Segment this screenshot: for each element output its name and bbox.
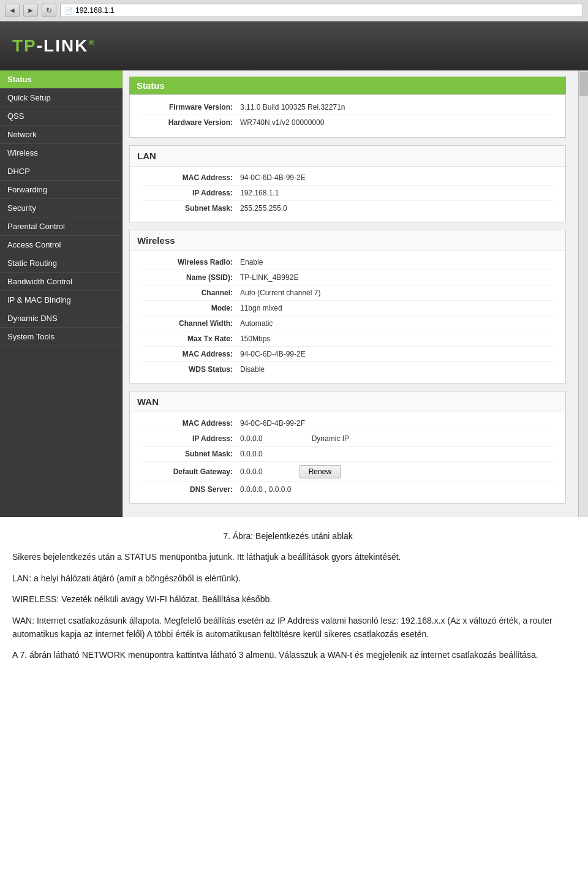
paragraph-5: A 7. ábrán látható NETWORK menüpontra ka… xyxy=(12,648,564,662)
paragraph-3: WIRELESS: Vezeték nélküli avagy WI-FI há… xyxy=(12,592,564,606)
scrollbar[interactable] xyxy=(578,70,588,517)
lan-subnet-row: Subnet Mask: 255.255.255.0 xyxy=(142,201,553,216)
paragraph-4: WAN: Internet csatlakozásunk állapota. M… xyxy=(12,614,564,641)
page-icon: 📄 xyxy=(64,7,73,15)
sidebar-item-dynamic-dns[interactable]: Dynamic DNS xyxy=(0,309,123,328)
lan-ip-label: IP Address: xyxy=(142,189,240,197)
back-button[interactable]: ◄ xyxy=(5,4,20,17)
firmware-label: Firmware Version: xyxy=(142,103,240,111)
wan-ip-value: 0.0.0.0 xyxy=(240,434,263,443)
page-content: Status Firmware Version: 3.11.0 Build 10… xyxy=(123,70,578,517)
wan-gateway-label: Default Gateway: xyxy=(142,467,240,476)
lan-subnet-value: 255.255.255.0 xyxy=(240,204,287,213)
lan-mac-label: MAC Address: xyxy=(142,173,240,182)
firmware-section: Firmware Version: 3.11.0 Build 100325 Re… xyxy=(129,94,566,138)
wan-ip-type: Dynamic IP xyxy=(312,434,349,443)
wireless-mode-value: 11bgn mixed xyxy=(240,304,282,312)
refresh-button[interactable]: ↻ xyxy=(42,4,56,17)
url-bar[interactable]: 📄 192.168.1.1 xyxy=(60,4,583,17)
lan-ip-value: 192.168.1.1 xyxy=(240,189,279,197)
hardware-label: Hardware Version: xyxy=(142,118,240,127)
sidebar-item-forwarding[interactable]: Forwarding xyxy=(0,181,123,199)
wan-mac-label: MAC Address: xyxy=(142,419,240,428)
tp-link-header: TP-LINK® xyxy=(0,21,588,70)
wireless-channel-value: Auto (Current channel 7) xyxy=(240,289,320,297)
wan-gateway-row: Default Gateway: 0.0.0.0 Renew xyxy=(142,462,553,482)
wireless-txrate-label: Max Tx Rate: xyxy=(142,334,240,343)
wireless-mode-label: Mode: xyxy=(142,304,240,312)
wireless-mode-row: Mode: 11bgn mixed xyxy=(142,301,553,316)
sidebar: Status Quick Setup QSS Network Wireless … xyxy=(0,70,123,517)
sidebar-item-status[interactable]: Status xyxy=(0,70,123,89)
lan-title: LAN xyxy=(130,146,565,167)
wan-info-table: MAC Address: 94-0C-6D-4B-99-2F IP Addres… xyxy=(130,412,565,503)
wireless-wds-value: Disable xyxy=(240,365,265,374)
wan-gateway-value: 0.0.0.0 xyxy=(240,467,263,476)
figure-caption: 7. Ábra: Bejelentkezés utáni ablak xyxy=(12,529,564,543)
sidebar-item-access-control[interactable]: Access Control xyxy=(0,236,123,254)
sidebar-item-bandwidth-control[interactable]: Bandwidth Control xyxy=(0,273,123,291)
wireless-mac-value: 94-0C-6D-4B-99-2E xyxy=(240,350,306,358)
wireless-width-label: Channel Width: xyxy=(142,319,240,328)
lan-mac-row: MAC Address: 94-0C-6D-4B-99-2E xyxy=(142,170,553,186)
paragraph-2: LAN: a helyi hálózati átjáró (amit a bön… xyxy=(12,572,564,585)
wireless-title: Wireless xyxy=(130,230,565,251)
hardware-value: WR740N v1/v2 00000000 xyxy=(240,118,324,127)
scrollbar-thumb[interactable] xyxy=(579,72,588,96)
wan-ip-row: IP Address: 0.0.0.0 Dynamic IP xyxy=(142,431,553,447)
sidebar-item-static-routing[interactable]: Static Routing xyxy=(0,254,123,273)
wireless-width-row: Channel Width: Automatic xyxy=(142,316,553,331)
wan-title: WAN xyxy=(130,391,565,412)
content-area: Status Firmware Version: 3.11.0 Build 10… xyxy=(123,70,588,517)
sidebar-item-qss[interactable]: QSS xyxy=(0,107,123,126)
forward-button[interactable]: ► xyxy=(23,4,38,17)
lan-section: LAN MAC Address: 94-0C-6D-4B-99-2E IP Ad… xyxy=(129,145,566,222)
wireless-wds-label: WDS Status: xyxy=(142,365,240,374)
tp-link-logo: TP-LINK® xyxy=(12,36,96,56)
sidebar-item-ip-mac-binding[interactable]: IP & MAC Binding xyxy=(0,291,123,309)
wireless-radio-row: Wireless Radio: Enable xyxy=(142,255,553,270)
wireless-txrate-row: Max Tx Rate: 150Mbps xyxy=(142,331,553,347)
wireless-channel-row: Channel: Auto (Current channel 7) xyxy=(142,285,553,301)
wan-subnet-label: Subnet Mask: xyxy=(142,450,240,458)
lan-ip-row: IP Address: 192.168.1.1 xyxy=(142,186,553,201)
firmware-row: Firmware Version: 3.11.0 Build 100325 Re… xyxy=(142,100,553,115)
hardware-row: Hardware Version: WR740N v1/v2 00000000 xyxy=(142,115,553,130)
wireless-ssid-value: TP-LINK_4B992E xyxy=(240,273,298,282)
wireless-channel-label: Channel: xyxy=(142,289,240,297)
browser-chrome: ◄ ► ↻ 📄 192.168.1.1 xyxy=(0,0,588,21)
wan-dns-label: DNS Server: xyxy=(142,485,240,494)
wireless-mac-label: MAC Address: xyxy=(142,350,240,358)
paragraph-1: Sikeres bejelentkezés után a STATUS menü… xyxy=(12,550,564,564)
sidebar-item-dhcp[interactable]: DHCP xyxy=(0,162,123,181)
wan-mac-row: MAC Address: 94-0C-6D-4B-99-2F xyxy=(142,416,553,431)
wireless-radio-value: Enable xyxy=(240,258,263,266)
text-content-area: 7. Ábra: Bejelentkezés utáni ablak Siker… xyxy=(0,517,576,682)
sidebar-item-parental-control[interactable]: Parental Control xyxy=(0,217,123,236)
main-layout: Status Quick Setup QSS Network Wireless … xyxy=(0,70,588,517)
wireless-info-table: Wireless Radio: Enable Name (SSID): TP-L… xyxy=(130,251,565,383)
renew-button[interactable]: Renew xyxy=(300,465,341,478)
lan-subnet-label: Subnet Mask: xyxy=(142,204,240,213)
wireless-txrate-value: 150Mbps xyxy=(240,334,270,343)
wireless-ssid-row: Name (SSID): TP-LINK_4B992E xyxy=(142,270,553,285)
wan-ip-label: IP Address: xyxy=(142,434,240,443)
wan-dns-value: 0.0.0.0 , 0.0.0.0 xyxy=(240,485,291,494)
lan-info-table: MAC Address: 94-0C-6D-4B-99-2E IP Addres… xyxy=(130,167,565,222)
wireless-radio-label: Wireless Radio: xyxy=(142,258,240,266)
wireless-width-value: Automatic xyxy=(240,319,273,328)
wan-section: WAN MAC Address: 94-0C-6D-4B-99-2F IP Ad… xyxy=(129,391,566,504)
wan-mac-value: 94-0C-6D-4B-99-2F xyxy=(240,419,305,428)
sidebar-item-security[interactable]: Security xyxy=(0,199,123,217)
sidebar-item-system-tools[interactable]: System Tools xyxy=(0,328,123,346)
wireless-mac-row: MAC Address: 94-0C-6D-4B-99-2E xyxy=(142,347,553,362)
url-text: 192.168.1.1 xyxy=(75,6,114,15)
lan-mac-value: 94-0C-6D-4B-99-2E xyxy=(240,173,306,182)
sidebar-item-wireless[interactable]: Wireless xyxy=(0,144,123,162)
firmware-value: 3.11.0 Build 100325 Rel.32271n xyxy=(240,103,345,111)
wireless-wds-row: WDS Status: Disable xyxy=(142,362,553,377)
wan-subnet-row: Subnet Mask: 0.0.0.0 xyxy=(142,447,553,462)
sidebar-item-network[interactable]: Network xyxy=(0,126,123,144)
sidebar-item-quick-setup[interactable]: Quick Setup xyxy=(0,89,123,107)
wireless-ssid-label: Name (SSID): xyxy=(142,273,240,282)
